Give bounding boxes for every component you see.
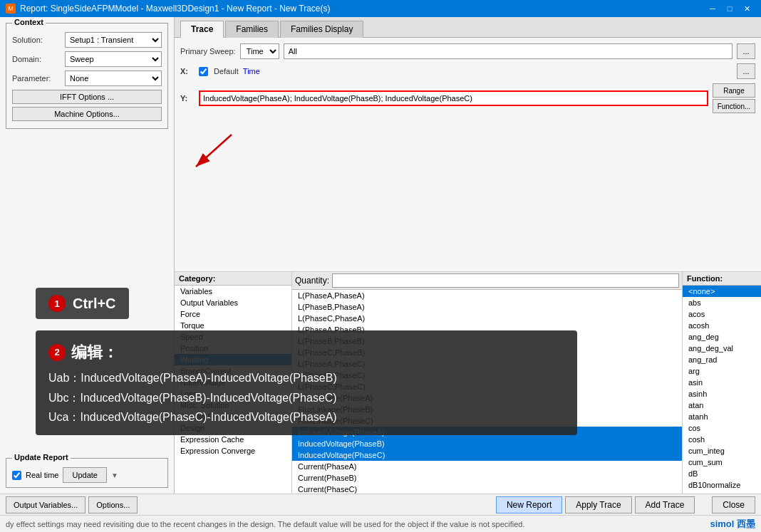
quantity-column: Quantity: L(PhaseA,PhaseA) L(PhaseB,Phas…	[292, 272, 683, 494]
list-item[interactable]: asin	[683, 377, 761, 388]
new-report-button[interactable]: New Report	[496, 496, 562, 513]
tab-trace[interactable]: Trace	[180, 21, 224, 38]
x-time-label: Time	[243, 67, 260, 75]
list-item[interactable]: Expression Cache	[175, 434, 291, 445]
list-item[interactable]: BranchCurrent	[175, 365, 291, 377]
list-item[interactable]: Current(PhaseB)	[292, 472, 682, 484]
list-item[interactable]: L(PhaseC,PhaseA)	[292, 313, 682, 324]
list-item[interactable]: Speed	[175, 331, 291, 343]
domain-select[interactable]: Sweep	[65, 51, 162, 67]
list-item[interactable]: ang_deg	[683, 331, 761, 343]
list-item[interactable]: L(PhaseB,PhaseC)	[292, 370, 682, 381]
function-list: <none> abs acos acosh ang_deg ang_deg_va…	[683, 286, 761, 494]
list-item[interactable]: arg	[683, 365, 761, 377]
tab-families-display[interactable]: Families Display	[280, 21, 363, 38]
list-item[interactable]: FluxLinkage(PhaseA)	[292, 392, 682, 404]
list-item[interactable]: cum_integ	[683, 445, 761, 457]
output-variables-button[interactable]: Output Variables...	[6, 496, 86, 513]
primary-sweep-label: Primary Sweep:	[180, 47, 236, 56]
primary-sweep-dots-button[interactable]: ...	[737, 43, 755, 59]
range-button[interactable]: Range	[713, 83, 755, 98]
close-button[interactable]: Close	[712, 496, 755, 513]
category-column: Category: Variables Output Variables For…	[175, 272, 292, 494]
list-item[interactable]: abs	[683, 297, 761, 308]
list-item[interactable]: Torque	[175, 320, 291, 331]
list-item[interactable]: NodeVoltage	[175, 377, 291, 388]
maximize-button[interactable]: □	[721, 1, 738, 16]
function-column: Function: <none> abs acos acosh ang_deg …	[683, 272, 761, 494]
list-item[interactable]: ang_rad	[683, 354, 761, 365]
list-item[interactable]: ang_deg_val	[683, 343, 761, 354]
primary-sweep-select[interactable]: Time	[240, 43, 279, 59]
apply-trace-button[interactable]: Apply Trace	[565, 496, 631, 513]
realtime-checkbox[interactable]	[12, 471, 21, 480]
list-item[interactable]: L(PhaseB,PhaseA)	[292, 301, 682, 313]
close-window-button[interactable]: ✕	[738, 1, 755, 16]
list-item[interactable]: Expression Converge	[175, 445, 291, 457]
list-item[interactable]: L(PhaseB,PhaseB)	[292, 335, 682, 347]
list-item[interactable]: asinh	[683, 388, 761, 400]
list-item-winding[interactable]: Winding	[175, 354, 291, 365]
x-default-checkbox[interactable]	[199, 67, 208, 76]
tab-bar: Trace Families Families Display	[175, 17, 761, 38]
output-bar: Output Variables... Options... New Repor…	[0, 494, 761, 515]
trace-content: Primary Sweep: Time ... X: Default Time …	[175, 38, 761, 271]
primary-sweep-all-input[interactable]	[284, 43, 732, 59]
quantity-filter-input[interactable]	[332, 273, 679, 288]
list-item[interactable]: L(PhaseA,PhaseB)	[292, 324, 682, 335]
options-button[interactable]: Options...	[88, 496, 138, 513]
list-item[interactable]: atanh	[683, 411, 761, 422]
realtime-label: Real time	[26, 471, 58, 479]
list-item[interactable]: FluxLinkage(PhaseB)	[292, 404, 682, 415]
context-group: Context Solution: Setup1 : Transient Dom…	[6, 23, 168, 129]
list-item[interactable]: dB	[683, 468, 761, 479]
quantity-header-label: Quantity:	[295, 276, 329, 286]
list-item[interactable]: L(PhaseC,PhaseB)	[292, 347, 682, 358]
list-item-none[interactable]: <none>	[683, 286, 761, 297]
list-item[interactable]: Current(PhaseA)	[292, 461, 682, 472]
function-button[interactable]: Function...	[713, 99, 755, 113]
list-item-induced-c[interactable]: InducedVoltage(PhaseC)	[292, 449, 682, 461]
list-item[interactable]: Loss	[175, 388, 291, 400]
x-dots-button[interactable]: ...	[737, 63, 755, 79]
list-item[interactable]: Variables	[175, 286, 291, 297]
list-item[interactable]: L(PhaseC,PhaseC)	[292, 381, 682, 392]
y-input[interactable]	[199, 90, 708, 106]
logo-text: simol 西墨	[710, 518, 755, 531]
list-item-induced-b[interactable]: InducedVoltage(PhaseB)	[292, 438, 682, 449]
list-item[interactable]: FluxLinkage(PhaseC)	[292, 415, 682, 427]
parameter-select[interactable]: None	[65, 71, 162, 86]
ifft-options-button[interactable]: IFFT Options ...	[12, 90, 162, 104]
list-item[interactable]: Position	[175, 343, 291, 354]
list-item[interactable]: Misc. Solution	[175, 400, 291, 411]
list-item[interactable]: dB10normalize	[683, 479, 761, 491]
add-trace-button[interactable]: Add Trace	[635, 496, 695, 513]
list-item[interactable]: cum_sum	[683, 457, 761, 468]
status-message: dy effect settings may need revisiting d…	[6, 520, 524, 528]
list-item[interactable]: cosh	[683, 434, 761, 445]
machine-options-button[interactable]: Machine Options...	[12, 107, 162, 121]
solution-select[interactable]: Setup1 : Transient	[65, 32, 162, 48]
right-panel: Trace Families Families Display Primary …	[175, 17, 761, 494]
list-item[interactable]: acos	[683, 308, 761, 320]
list-item[interactable]: Current(PhaseC)	[292, 484, 682, 494]
list-item[interactable]: dB20normalize	[683, 491, 761, 494]
tab-families[interactable]: Families	[225, 21, 279, 38]
list-item[interactable]: Demag Percentage	[175, 411, 291, 422]
title-bar: M Report: SingleSideAFPMModel - Maxwell3…	[0, 0, 761, 17]
list-item[interactable]: Output Variables	[175, 297, 291, 308]
list-item[interactable]: atan	[683, 400, 761, 411]
x-default-label: Default	[214, 67, 239, 75]
minimize-button[interactable]: ─	[704, 1, 721, 16]
list-item[interactable]: Design	[175, 422, 291, 434]
list-item[interactable]: Force	[175, 308, 291, 320]
list-item[interactable]: L(PhaseA,PhaseC)	[292, 358, 682, 370]
list-item[interactable]: L(PhaseA,PhaseA)	[292, 290, 682, 301]
list-item[interactable]: cos	[683, 422, 761, 434]
update-button[interactable]: Update	[63, 467, 106, 483]
list-item[interactable]: acosh	[683, 320, 761, 331]
list-item-induced-a[interactable]: InducedVoltage(PhaseA)	[292, 427, 682, 438]
domain-label: Domain:	[12, 55, 62, 63]
category-list: Variables Output Variables Force Torque …	[175, 286, 291, 494]
status-bar: dy effect settings may need revisiting d…	[0, 515, 761, 532]
